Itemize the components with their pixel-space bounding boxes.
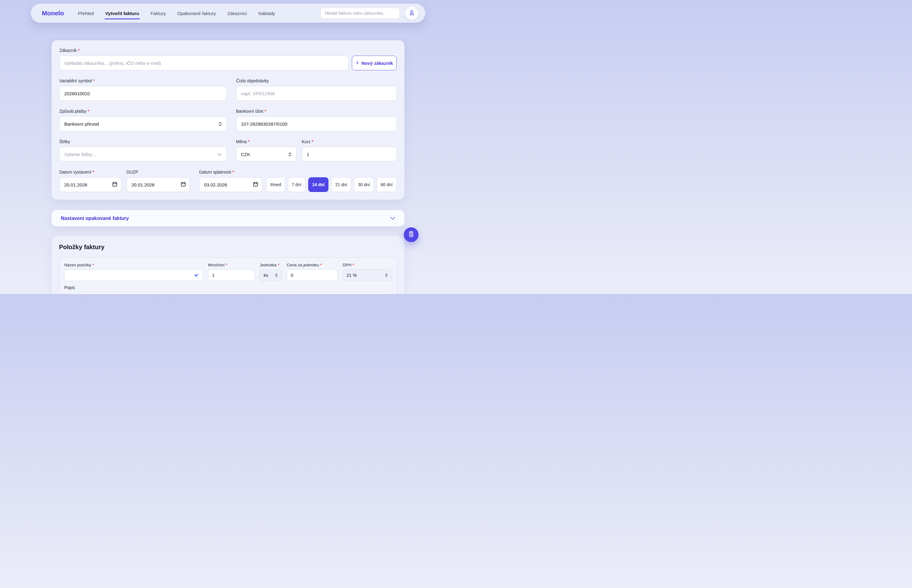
nav-tabs: Přehled Vytvořit fakturu Faktury Opakova… [78, 4, 275, 23]
customer-label: Zákazník* [59, 48, 397, 53]
bank-account-field: Bankovní účet* [236, 109, 397, 131]
user-icon [408, 9, 415, 17]
tab-faktury[interactable]: Faktury [150, 4, 166, 23]
due-chip-7[interactable]: 7 dní [288, 177, 306, 192]
tags-dropdown[interactable]: Vyberte štítky... [59, 147, 227, 162]
required-mark: * [232, 170, 234, 174]
duzp-input[interactable]: 20.01.2026 [126, 177, 190, 192]
chevron-updown-icon [275, 273, 278, 278]
currency-select[interactable]: CZK [236, 147, 296, 162]
duzp-field: DUZP 20.01.2026 [126, 170, 190, 192]
dates-row: Datum vystavení* 20.01.2026 DUZP 20.01.2… [59, 170, 397, 192]
order-number-input[interactable] [236, 86, 397, 101]
issue-date-field: Datum vystavení* 20.01.2026 [59, 170, 121, 192]
item-unit-field: Jednotka* ks [260, 263, 282, 281]
due-date-input[interactable]: 03.02.2026 [199, 177, 262, 192]
required-mark: * [320, 263, 322, 267]
invoice-items-card: Položky faktury Název položky* Množství*… [52, 236, 404, 294]
item-price-input[interactable] [287, 270, 338, 281]
due-chip-30[interactable]: 30 dní [354, 177, 374, 192]
item-vat-field: DPH* 21 % [343, 263, 392, 281]
calendar-icon [253, 182, 258, 188]
chevron-down-icon [390, 217, 395, 220]
calculator-fab-button[interactable] [404, 227, 419, 242]
payment-method-field: Způsob platby* Bankovní převod [59, 109, 227, 131]
item-unit-select[interactable]: ks [260, 270, 282, 281]
calendar-icon [112, 182, 117, 188]
required-mark: * [312, 139, 314, 144]
active-tab-underline [105, 18, 139, 19]
item-quantity-input[interactable] [208, 270, 255, 281]
item-price-field: Cena za jednotku* [287, 263, 338, 281]
required-mark: * [93, 78, 95, 83]
payment-method-select[interactable]: Bankovní převod [59, 116, 227, 131]
tab-naklady[interactable]: Náklady [259, 4, 275, 23]
item-quantity-field: Množství* [208, 263, 255, 281]
required-mark: * [92, 263, 94, 267]
tab-opakovane-faktury[interactable]: Opakované faktury [177, 4, 216, 23]
recurring-settings-title: Nastavení opakované faktury [61, 216, 129, 221]
required-mark: * [353, 263, 354, 267]
item-row-panel: Název položky* Množství* Jednotka* ks [59, 257, 397, 294]
recurring-settings-toggle[interactable]: Nastavení opakované faktury [52, 210, 404, 226]
calculator-icon [408, 231, 414, 239]
tags-field: Štítky Vyberte štítky... [59, 139, 227, 162]
rate-input[interactable] [302, 147, 397, 162]
ai-sparkles-icon[interactable] [193, 273, 200, 281]
chevron-updown-icon [288, 152, 292, 157]
required-mark: * [278, 263, 279, 267]
invoice-form-card: Zákazník* + Nový zákazník Variabilní sym… [52, 40, 404, 200]
tab-vytvorit-fakturu[interactable]: Vytvořit fakturu [105, 4, 139, 23]
required-mark: * [78, 48, 79, 53]
item-vat-select[interactable]: 21 % [343, 270, 392, 281]
item-name-field: Název položky* [64, 263, 203, 281]
plus-icon: + [356, 60, 359, 66]
items-section-title: Položky faktury [59, 244, 397, 251]
due-chip-ihned[interactable]: Ihned [267, 177, 285, 192]
rate-field: Kurz* [302, 139, 397, 162]
order-number-field: Číslo objednávky [236, 78, 397, 101]
customer-row: Zákazník* + Nový zákazník [59, 48, 397, 70]
top-navbar: Monelo Přehled Vytvořit fakturu Faktury … [31, 4, 425, 23]
new-customer-button[interactable]: + Nový zákazník [352, 56, 397, 70]
currency-field: Měna* CZK [236, 139, 296, 162]
search-input[interactable] [320, 8, 400, 19]
user-avatar-button[interactable] [405, 6, 419, 20]
chevron-updown-icon [385, 273, 388, 278]
required-mark: * [87, 109, 89, 114]
item-name-input[interactable] [64, 270, 203, 281]
required-mark: * [226, 263, 227, 267]
bank-account-input[interactable] [236, 116, 397, 131]
issue-date-input[interactable]: 20.01.2026 [59, 177, 121, 192]
chevron-updown-icon [218, 121, 222, 126]
item-description-input[interactable] [64, 293, 392, 294]
due-chip-14[interactable]: 14 dní [308, 177, 328, 192]
app-logo[interactable]: Monelo [42, 10, 64, 17]
required-mark: * [92, 170, 94, 174]
variable-symbol-input[interactable] [59, 86, 227, 101]
due-chip-60[interactable]: 60 dní [377, 177, 397, 192]
due-date-field: Datum splatnosti* 03.02.2026 [199, 170, 262, 192]
tab-zakaznici[interactable]: Zákazníci [227, 4, 247, 23]
required-mark: * [265, 109, 266, 114]
due-chip-21[interactable]: 21 dní [331, 177, 351, 192]
calendar-icon [181, 182, 186, 188]
customer-search-input[interactable] [59, 56, 348, 70]
tab-prehled[interactable]: Přehled [78, 4, 94, 23]
required-mark: * [248, 139, 249, 144]
chevron-down-icon [217, 152, 222, 157]
variable-symbol-field: Variabilní symbol* [59, 78, 227, 101]
due-chips: Ihned 7 dní 14 dní 21 dní 30 dní 60 dní [267, 177, 397, 192]
item-description-field: Popis [64, 285, 392, 294]
